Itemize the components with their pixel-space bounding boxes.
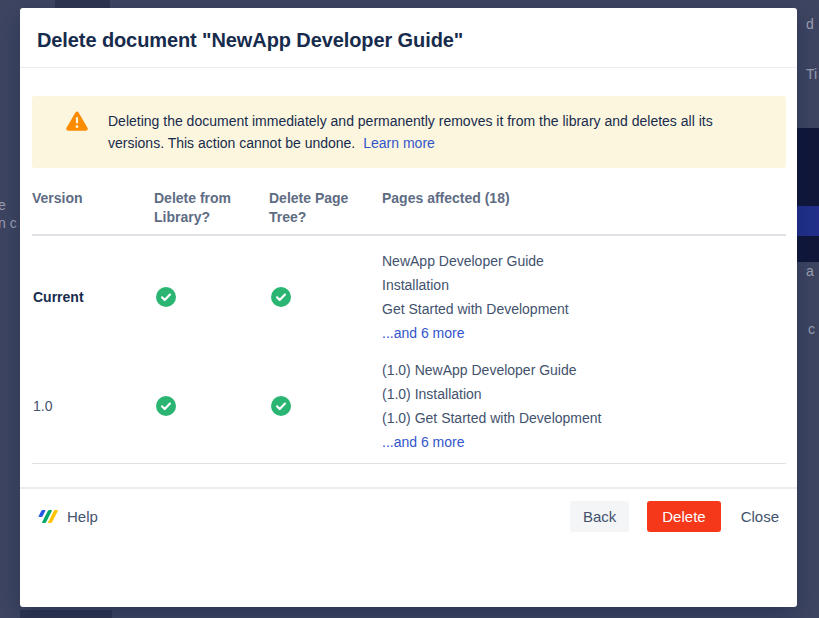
page-item: NewApp Developer Guide: [382, 249, 786, 273]
column-header-version: Version: [32, 189, 154, 208]
backdrop-block: [20, 610, 112, 618]
version-label: Current: [32, 289, 154, 305]
backdrop-block: [797, 206, 819, 236]
table-row: 1.0 (1.0) NewApp Developer Guide (1.0) I…: [32, 345, 786, 464]
check-icon: [269, 287, 382, 307]
backdrop-text-fragment: n c: [0, 215, 17, 231]
page-item: Installation: [382, 273, 786, 297]
backdrop-block: [55, 0, 110, 8]
warning-banner: Deleting the document immediately and pe…: [32, 96, 786, 168]
backdrop-text-fragment: Ti: [806, 66, 817, 82]
table-row: Current NewApp Developer Guide Installat…: [32, 236, 786, 345]
delete-button[interactable]: Delete: [647, 501, 720, 532]
dialog-header: Delete document "NewApp Developer Guide": [20, 8, 797, 68]
page-item: (1.0) NewApp Developer Guide: [382, 358, 786, 382]
dialog-title: Delete document "NewApp Developer Guide": [37, 29, 463, 52]
footer-actions: Back Delete Close: [570, 501, 781, 532]
close-button[interactable]: Close: [739, 501, 781, 532]
version-label: 1.0: [32, 398, 154, 414]
help-link[interactable]: Help: [37, 508, 98, 525]
help-label: Help: [67, 508, 98, 525]
table-header-row: Version Delete from Library? Delete Page…: [32, 189, 786, 236]
column-header-delete-page-tree: Delete Page Tree?: [269, 189, 382, 227]
check-icon: [154, 287, 269, 307]
dialog-footer: Help Back Delete Close: [20, 489, 797, 544]
and-more-link[interactable]: ...and 6 more: [382, 430, 465, 454]
pages-affected-list: NewApp Developer Guide Installation Get …: [382, 249, 786, 345]
versions-table: Version Delete from Library? Delete Page…: [32, 189, 786, 464]
backdrop-text-fragment: e: [0, 197, 6, 213]
warning-icon: [66, 111, 88, 131]
backdrop-text-fragment: a: [806, 263, 814, 279]
backdrop-block: [797, 128, 819, 262]
and-more-link[interactable]: ...and 6 more: [382, 321, 465, 345]
check-icon: [154, 396, 269, 416]
page-item: Get Started with Development: [382, 297, 786, 321]
warning-text: Deleting the document immediately and pe…: [108, 110, 746, 154]
delete-document-dialog: Delete document "NewApp Developer Guide"…: [20, 8, 797, 607]
column-header-pages-affected: Pages affected (18): [382, 189, 786, 208]
back-button[interactable]: Back: [570, 501, 629, 532]
column-header-delete-from-library: Delete from Library?: [154, 189, 269, 227]
pages-affected-list: (1.0) NewApp Developer Guide (1.0) Insta…: [382, 358, 786, 454]
learn-more-link[interactable]: Learn more: [363, 135, 435, 151]
page-item: (1.0) Get Started with Development: [382, 406, 786, 430]
page-item: (1.0) Installation: [382, 382, 786, 406]
backdrop-text-fragment: d: [806, 16, 814, 32]
backdrop-text-fragment: c: [808, 321, 815, 337]
check-icon: [269, 396, 382, 416]
k15t-logo-icon: [37, 509, 58, 524]
